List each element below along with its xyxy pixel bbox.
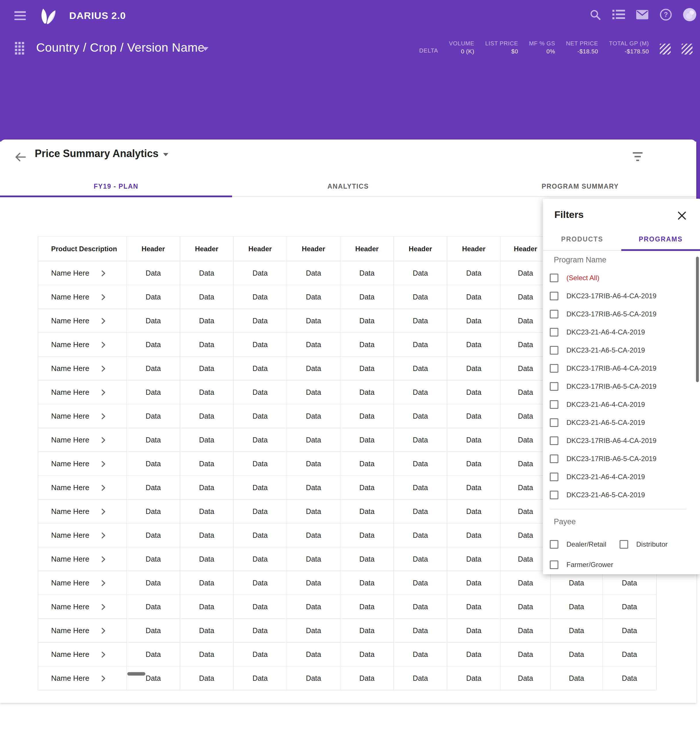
chevron-right-icon[interactable] xyxy=(101,556,106,562)
close-icon[interactable] xyxy=(677,211,687,222)
chevron-right-icon[interactable] xyxy=(101,365,106,372)
list-icon[interactable] xyxy=(612,8,625,21)
chevron-right-icon[interactable] xyxy=(101,651,106,658)
product-name-cell[interactable]: Name Here xyxy=(38,356,126,380)
payee-option-distributor[interactable]: Distributor xyxy=(619,535,668,553)
filter-list-icon[interactable] xyxy=(632,152,643,161)
product-name-cell[interactable]: Name Here xyxy=(38,261,126,285)
data-cell: Data xyxy=(394,452,447,476)
checkbox-unchecked[interactable] xyxy=(550,274,558,282)
program-option[interactable]: DKC23-17RIB-A6-4-CA-2019 xyxy=(543,359,692,377)
tab-products[interactable]: PRODUCTS xyxy=(543,230,622,249)
program-option[interactable]: DKC23-21-A6-4-CA-2019 xyxy=(543,468,692,486)
checkbox-unchecked[interactable] xyxy=(550,472,558,481)
checkbox-unchecked[interactable] xyxy=(550,346,558,355)
select-all-option[interactable]: (Select All) xyxy=(543,269,692,287)
chevron-right-icon[interactable] xyxy=(101,509,106,515)
chevron-right-icon[interactable] xyxy=(101,342,106,348)
chevron-right-icon[interactable] xyxy=(101,437,106,443)
chevron-right-icon[interactable] xyxy=(101,294,106,300)
program-option[interactable]: DKC23-17RIB-A6-4-CA-2019 xyxy=(543,287,692,305)
product-name: Name Here xyxy=(51,626,89,635)
program-option[interactable]: DKC23-21-A6-5-CA-2019 xyxy=(543,414,692,431)
chevron-right-icon[interactable] xyxy=(101,461,106,467)
chevron-right-icon[interactable] xyxy=(101,532,106,538)
product-name-cell[interactable]: Name Here xyxy=(38,428,126,452)
chevron-right-icon[interactable] xyxy=(101,485,106,491)
checkbox-unchecked[interactable] xyxy=(550,310,558,318)
program-option[interactable]: DKC23-21-A6-4-CA-2019 xyxy=(543,395,692,414)
hatch-toggle-icon[interactable] xyxy=(660,44,671,54)
checkbox-unchecked[interactable] xyxy=(550,436,558,445)
payee-option-farmer-grower[interactable]: Farmer/Grower xyxy=(550,556,613,574)
menu-icon[interactable] xyxy=(14,11,26,20)
chevron-right-icon[interactable] xyxy=(101,413,106,420)
product-name-cell[interactable]: Name Here xyxy=(38,380,126,404)
product-name-cell[interactable]: Name Here xyxy=(38,309,126,333)
product-name-cell[interactable]: Name Here xyxy=(38,524,126,547)
chevron-down-icon[interactable] xyxy=(202,47,209,51)
product-name-cell[interactable]: Name Here xyxy=(38,643,126,666)
context-title[interactable]: Country / Crop / Version Name xyxy=(36,41,204,54)
product-name-cell[interactable]: Name Here xyxy=(38,547,126,571)
checkbox-unchecked[interactable] xyxy=(550,400,558,409)
data-cell: Data xyxy=(234,500,287,524)
checkbox-unchecked[interactable] xyxy=(550,382,558,391)
data-cell: Data xyxy=(234,595,287,619)
product-name-cell[interactable]: Name Here xyxy=(38,404,126,428)
data-cell: Data xyxy=(447,380,501,404)
page-title[interactable]: Price Summary Analytics xyxy=(35,148,168,160)
tab-programs[interactable]: PROGRAMS xyxy=(622,230,700,249)
program-option[interactable]: DKC23-21-A6-5-CA-2019 xyxy=(543,341,692,359)
chevron-right-icon[interactable] xyxy=(101,580,106,586)
product-name-cell[interactable]: Name Here xyxy=(38,595,126,619)
program-option-label: DKC23-21-A6-5-CA-2019 xyxy=(566,419,645,427)
horizontal-scrollbar[interactable] xyxy=(127,672,146,676)
product-name-cell[interactable]: Name Here xyxy=(38,571,126,595)
data-cell: Data xyxy=(234,547,287,571)
chevron-right-icon[interactable] xyxy=(101,270,106,276)
chevron-right-icon[interactable] xyxy=(101,389,106,396)
product-name-cell[interactable]: Name Here xyxy=(38,452,126,476)
program-option[interactable]: DKC23-17RIB-A6-4-CA-2019 xyxy=(543,431,692,450)
data-cell: Data xyxy=(394,595,447,619)
payee-option-dealer-retail[interactable]: Dealer/Retail xyxy=(550,535,606,553)
tab-analytics[interactable]: ANALYTICS xyxy=(232,174,464,197)
filters-tab-divider xyxy=(543,250,621,251)
checkbox-unchecked[interactable] xyxy=(550,455,558,463)
tab-program-summary[interactable]: PROGRAM SUMMARY xyxy=(464,174,696,197)
checkbox-unchecked[interactable] xyxy=(550,364,558,373)
product-name-cell[interactable]: Name Here xyxy=(38,500,126,524)
checkbox-unchecked[interactable] xyxy=(550,491,558,499)
program-option[interactable]: DKC23-17RIB-A6-5-CA-2019 xyxy=(543,450,692,468)
program-option[interactable]: DKC23-21-A6-5-CA-2019 xyxy=(543,486,692,504)
chevron-right-icon[interactable] xyxy=(101,604,106,610)
search-icon[interactable] xyxy=(589,8,601,21)
product-name-cell[interactable]: Name Here xyxy=(38,476,126,500)
product-name-cell[interactable]: Name Here xyxy=(38,619,126,643)
product-name-cell[interactable]: Name Here xyxy=(38,666,126,690)
chevron-right-icon[interactable] xyxy=(101,318,106,324)
product-name-cell[interactable]: Name Here xyxy=(38,285,126,309)
chevron-right-icon[interactable] xyxy=(101,628,106,634)
apps-grid-icon[interactable] xyxy=(15,42,24,54)
checkbox-unchecked[interactable] xyxy=(550,328,558,336)
hatch-toggle-icon[interactable] xyxy=(682,44,693,54)
program-option[interactable]: DKC23-21-A6-4-CA-2019 xyxy=(543,323,692,341)
checkbox-unchecked[interactable] xyxy=(619,540,628,549)
product-name-cell[interactable]: Name Here xyxy=(38,333,126,356)
program-option[interactable]: DKC23-17RIB-A6-5-CA-2019 xyxy=(543,377,692,395)
checkbox-unchecked[interactable] xyxy=(550,418,558,427)
checkbox-unchecked[interactable] xyxy=(550,292,558,300)
back-arrow-icon[interactable] xyxy=(14,151,26,164)
checkbox-unchecked[interactable] xyxy=(550,540,558,549)
metric-value: 0% xyxy=(546,47,555,55)
avatar[interactable] xyxy=(683,8,696,21)
chevron-right-icon[interactable] xyxy=(101,675,106,682)
program-option[interactable]: DKC23-17RIB-A6-5-CA-2019 xyxy=(543,305,692,323)
mail-icon[interactable] xyxy=(636,8,649,21)
panel-vertical-scrollbar[interactable] xyxy=(696,257,699,382)
tab-fy19-plan[interactable]: FY19 - PLAN xyxy=(0,174,232,197)
checkbox-unchecked[interactable] xyxy=(550,560,558,569)
help-icon[interactable]: ? xyxy=(659,8,672,21)
